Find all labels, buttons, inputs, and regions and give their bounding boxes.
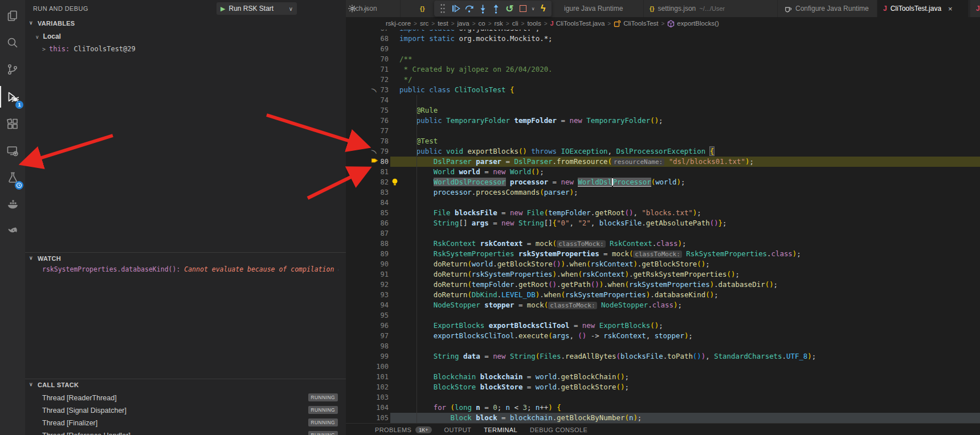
line-number[interactable]: 103: [346, 392, 389, 403]
line-number[interactable]: 83: [346, 187, 389, 198]
line-number[interactable]: 85: [346, 208, 389, 218]
call-stack-thread[interactable]: Thread [ReaderThread]RUNNING: [25, 392, 346, 404]
line-number[interactable]: 105: [346, 413, 389, 423]
line-number[interactable]: 95: [346, 310, 389, 321]
code-line-81[interactable]: 81 World world = new World();: [346, 167, 980, 177]
line-number[interactable]: 74: [346, 95, 389, 105]
activity-item-docker[interactable]: [0, 191, 25, 217]
debug-current-step-icon[interactable]: [371, 157, 379, 165]
breadcrumb-item[interactable]: CliToolsTest: [614, 20, 658, 27]
step-over-icon[interactable]: [463, 2, 476, 15]
editor-tab-clitoolstest-java[interactable]: JCliToolsTest.java×: [877, 0, 969, 17]
breadcrumb-item[interactable]: rskj-core: [386, 20, 411, 27]
line-number[interactable]: 100: [346, 362, 389, 372]
breadcrumb-item[interactable]: tools: [527, 20, 541, 27]
activity-item-remote-explorer[interactable]: [0, 138, 25, 164]
hot-code-replace-icon[interactable]: ϟ: [537, 2, 550, 15]
breadcrumb-item[interactable]: test: [438, 20, 448, 27]
code-line-101[interactable]: 101 Blockchain blockchain = world.getBlo…: [346, 372, 980, 382]
code-line-75[interactable]: 75 @Rule: [346, 105, 980, 116]
breadcrumb-item[interactable]: exportBlocks(): [667, 20, 719, 27]
chevron-down-icon[interactable]: ∨: [35, 34, 39, 40]
call-stack-thread[interactable]: Thread [Reference Handler]RUNNING: [25, 429, 346, 435]
line-number[interactable]: 97: [346, 331, 389, 341]
code-line-92[interactable]: 92 doReturn(tempFolder.getRoot().getPath…: [346, 280, 980, 290]
code-line-103[interactable]: 103: [346, 392, 980, 403]
code-line-79[interactable]: 79) public void exportBlocks() throws IO…: [346, 146, 980, 157]
code-line-91[interactable]: 91 doReturn(rskSystemProperties).when(rs…: [346, 269, 980, 280]
call-stack-section-header[interactable]: ∨ CALL STACK: [25, 379, 346, 392]
editor-tab[interactable]: J: [970, 0, 980, 17]
watch-section-header[interactable]: ∨ WATCH: [25, 253, 346, 265]
code-line-72[interactable]: 72 */: [346, 75, 980, 85]
code-line-105[interactable]: 105 Block block = blockchain.getBlockByN…: [346, 413, 980, 423]
activity-item-gradle[interactable]: [0, 216, 25, 243]
breadcrumb-item[interactable]: cli: [512, 20, 518, 27]
line-number[interactable]: 98: [346, 341, 389, 351]
line-number[interactable]: 90: [346, 259, 389, 269]
code-line-68[interactable]: 68import static org.mockito.Mockito.*;: [346, 34, 980, 44]
code-line-89[interactable]: 89 RskSystemProperties rskSystemProperti…: [346, 249, 980, 259]
call-stack-thread[interactable]: Thread [Signal Dispatcher]RUNNING: [25, 404, 346, 417]
code-line-95[interactable]: 95: [346, 310, 980, 321]
activity-item-run-and-debug[interactable]: 1: [0, 84, 25, 110]
code-line-77[interactable]: 77: [346, 126, 980, 136]
code-line-88[interactable]: 88 RskContext rskContext = mock(classToM…: [346, 239, 980, 249]
variable-this[interactable]: >this: CliToolsTest@29: [42, 45, 136, 58]
chevron-right-icon[interactable]: >: [42, 46, 46, 52]
call-stack-thread[interactable]: Thread [Finalizer]RUNNING: [25, 417, 346, 429]
line-number[interactable]: 102: [346, 382, 389, 392]
code-line-74[interactable]: 74: [346, 95, 980, 105]
line-number[interactable]: 76: [346, 116, 389, 126]
code-line-102[interactable]: 102 BlockStore blockStore = world.getBlo…: [346, 382, 980, 392]
code-line-94[interactable]: 94 NodeStopper stopper = mock(classToMoc…: [346, 300, 980, 310]
line-number[interactable]: 86: [346, 218, 389, 228]
panel-tab-problems[interactable]: PROBLEMS1K+: [375, 426, 432, 433]
line-number[interactable]: 81: [346, 167, 389, 177]
breadcrumb-item[interactable]: JCliToolsTest.java: [550, 20, 605, 27]
chevron-down-icon[interactable]: ∨: [289, 6, 293, 12]
close-icon[interactable]: ×: [948, 5, 953, 13]
line-number[interactable]: 88: [346, 239, 389, 249]
code-line-86[interactable]: 86 String[] args = new String[]{"0", "2"…: [346, 218, 980, 228]
run-play-icon[interactable]: ▶: [220, 5, 225, 13]
code-line-96[interactable]: 96 ExportBlocks exportBlocksCliTool = ne…: [346, 321, 980, 331]
code-line-83[interactable]: 83 processor.processCommands(parser);: [346, 187, 980, 198]
line-number[interactable]: 78: [346, 136, 389, 146]
step-out-icon[interactable]: [490, 2, 503, 15]
line-number[interactable]: 80: [346, 157, 389, 167]
code-line-85[interactable]: 85 File blocksFile = new File(tempFolder…: [346, 208, 980, 218]
line-number[interactable]: 101: [346, 372, 389, 382]
editor-tab-settings-json[interactable]: {}settings.json~/.../User: [644, 0, 778, 17]
code-line-73[interactable]: 73)public class CliToolsTest {: [346, 85, 980, 95]
continue-icon[interactable]: [450, 2, 463, 15]
line-number[interactable]: 73: [346, 85, 389, 95]
line-number[interactable]: 72: [346, 75, 389, 85]
gear-icon[interactable]: [348, 0, 357, 17]
stop-dropdown-icon[interactable]: ∨: [530, 2, 536, 15]
code-line-100[interactable]: 100: [346, 362, 980, 372]
line-number[interactable]: 68: [346, 34, 389, 44]
chevron-down-icon[interactable]: ∨: [29, 255, 33, 261]
variables-section-header[interactable]: ∨ VARIABLES: [25, 18, 346, 30]
line-number[interactable]: 70: [346, 54, 389, 64]
breadcrumb-item[interactable]: rsk: [494, 20, 503, 27]
code-line-69[interactable]: 69: [346, 44, 980, 54]
panel-tab-output[interactable]: OUTPUT: [444, 426, 472, 433]
code-line-90[interactable]: 90 doReturn(world.getBlockStore()).when(…: [346, 259, 980, 269]
editor-tab-igure-java-runtime[interactable]: igure Java Runtime: [558, 0, 644, 17]
watch-expression[interactable]: rskSystemProperties.databaseKind(): Cann…: [42, 265, 338, 278]
line-number[interactable]: 93: [346, 290, 389, 300]
step-into-icon[interactable]: [477, 2, 489, 15]
stop-icon[interactable]: [517, 2, 529, 15]
code-line-80[interactable]: 80 DslParser parser = DslParser.fromReso…: [346, 157, 980, 167]
line-number[interactable]: 92: [346, 280, 389, 290]
line-number[interactable]: 96: [346, 321, 389, 331]
line-number[interactable]: 89: [346, 249, 389, 259]
line-number[interactable]: 75: [346, 105, 389, 116]
code-line-104[interactable]: 104 for (long n = 0; n < 3; n++) {: [346, 403, 980, 413]
line-number[interactable]: 69: [346, 44, 389, 54]
code-line-99[interactable]: 99 String data = new String(Files.readAl…: [346, 351, 980, 362]
run-configuration-label[interactable]: Run RSK Start: [228, 5, 285, 13]
line-number[interactable]: 99: [346, 351, 389, 362]
